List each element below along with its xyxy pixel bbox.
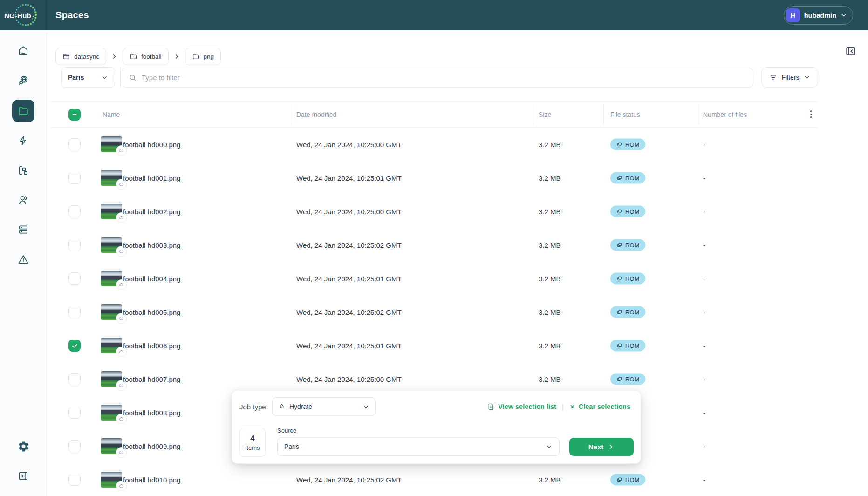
column-divider bbox=[603, 104, 604, 124]
clear-selections-link[interactable]: Clear selections bbox=[569, 403, 630, 410]
row-checkbox[interactable] bbox=[68, 138, 81, 150]
badge-label: ROM bbox=[625, 141, 639, 148]
select-all-checkbox[interactable] bbox=[68, 109, 81, 121]
chevron-down-icon bbox=[101, 74, 108, 81]
source-select[interactable]: Paris bbox=[277, 437, 560, 456]
row-checkbox[interactable] bbox=[68, 306, 81, 318]
chevron-down-icon bbox=[841, 12, 847, 19]
column-header-name[interactable]: Name bbox=[103, 111, 120, 118]
row-checkbox[interactable] bbox=[68, 407, 81, 419]
selection-actions: View selection list | Clear selections bbox=[487, 391, 630, 422]
column-header-number-of-files[interactable]: Number of files bbox=[703, 111, 747, 118]
row-date: Wed, 24 Jan 2024, 10:25:02 GMT bbox=[296, 476, 402, 484]
badge-label: ROM bbox=[625, 309, 639, 316]
row-size: 3.2 MB bbox=[539, 375, 561, 383]
row-files: - bbox=[703, 476, 705, 484]
row-size: 3.2 MB bbox=[539, 141, 561, 149]
sidebar-item-users[interactable] bbox=[12, 189, 34, 211]
sidebar-item-alerts[interactable] bbox=[12, 248, 34, 271]
file-thumbnail bbox=[101, 405, 122, 421]
copy-icon bbox=[616, 276, 622, 282]
user-menu[interactable]: H hubadmin bbox=[784, 6, 853, 25]
job-type-select[interactable]: Hydrate bbox=[272, 397, 376, 416]
breadcrumb-item-football[interactable]: football bbox=[123, 48, 169, 65]
sidebar-collapse-toggle[interactable] bbox=[12, 465, 34, 487]
badge-label: ROM bbox=[625, 376, 639, 383]
table-row: football hd010.png Wed, 24 Jan 2024, 10:… bbox=[50, 463, 818, 496]
thumbnail-image bbox=[101, 472, 122, 488]
sidebar-item-spaces[interactable] bbox=[12, 100, 34, 122]
sidebar-item-discover[interactable] bbox=[12, 69, 34, 92]
row-checkbox[interactable] bbox=[68, 272, 81, 285]
row-size: 3.2 MB bbox=[539, 208, 561, 216]
row-date: Wed, 24 Jan 2024, 10:25:02 GMT bbox=[296, 308, 402, 316]
table-options-menu[interactable] bbox=[806, 109, 816, 121]
search-box bbox=[122, 68, 753, 88]
sidebar-item-resources[interactable] bbox=[12, 218, 34, 241]
sidebar-item-data-brokers[interactable] bbox=[12, 159, 34, 182]
row-checkbox-wrap bbox=[68, 474, 81, 486]
file-thumbnail bbox=[101, 170, 122, 186]
sidebar-item-home[interactable] bbox=[12, 40, 34, 62]
file-status-badge: ROM bbox=[610, 374, 645, 385]
gear-icon bbox=[17, 440, 30, 453]
logo-text: NG-Hub bbox=[4, 11, 31, 19]
row-status-wrap: ROM bbox=[610, 239, 645, 251]
badge-label: ROM bbox=[625, 175, 639, 182]
file-thumbnail bbox=[101, 271, 122, 286]
copy-icon bbox=[616, 343, 622, 349]
thumbnail-image bbox=[101, 204, 122, 219]
filters-button[interactable]: Filters bbox=[761, 67, 818, 88]
sidebar-item-jobs[interactable] bbox=[12, 129, 34, 152]
row-checkbox[interactable] bbox=[68, 340, 81, 352]
column-header-size[interactable]: Size bbox=[539, 111, 551, 118]
globe-search-icon bbox=[17, 75, 29, 87]
row-checkbox[interactable] bbox=[68, 172, 81, 184]
breadcrumb-label: datasync bbox=[74, 53, 99, 60]
row-checkbox[interactable] bbox=[68, 440, 81, 452]
lightning-icon bbox=[17, 135, 29, 147]
breadcrumb-label: png bbox=[204, 53, 214, 60]
row-name: football hd006.png bbox=[123, 342, 180, 350]
breadcrumb-item-datasync[interactable]: datasync bbox=[55, 48, 106, 65]
file-status-badge: ROM bbox=[610, 172, 645, 184]
badge-label: ROM bbox=[625, 275, 639, 282]
next-button[interactable]: Next bbox=[569, 438, 634, 456]
column-header-file-status[interactable]: File status bbox=[610, 111, 640, 118]
row-checkbox[interactable] bbox=[68, 373, 81, 385]
table-row: football hd002.png Wed, 24 Jan 2024, 10:… bbox=[50, 195, 818, 228]
row-checkbox-wrap bbox=[68, 239, 81, 251]
view-selection-list-link[interactable]: View selection list bbox=[487, 403, 556, 411]
file-thumbnail bbox=[101, 204, 122, 219]
chevron-down-icon bbox=[362, 403, 369, 410]
row-size: 3.2 MB bbox=[539, 241, 561, 249]
column-header-date-modified[interactable]: Date modified bbox=[296, 111, 336, 118]
row-checkbox-wrap bbox=[68, 407, 81, 419]
breadcrumb-item-png[interactable]: png bbox=[185, 48, 221, 65]
thumbnail-image bbox=[101, 304, 122, 320]
check-icon bbox=[71, 342, 78, 349]
row-files: - bbox=[703, 208, 705, 216]
thumbnail-image bbox=[101, 338, 122, 353]
row-checkbox[interactable] bbox=[68, 239, 81, 251]
sidebar-item-settings[interactable] bbox=[12, 435, 34, 457]
row-checkbox-wrap bbox=[68, 440, 81, 452]
source-value: Paris bbox=[284, 443, 299, 450]
row-files: - bbox=[703, 275, 705, 283]
row-files: - bbox=[703, 141, 705, 149]
row-status-wrap: ROM bbox=[610, 474, 645, 486]
row-files: - bbox=[703, 342, 705, 350]
row-checkbox[interactable] bbox=[68, 205, 81, 217]
row-status-wrap: ROM bbox=[610, 139, 645, 150]
row-status-wrap: ROM bbox=[610, 206, 645, 217]
scope-select[interactable]: Paris bbox=[61, 67, 115, 88]
file-status-badge: ROM bbox=[610, 239, 645, 251]
details-panel-toggle[interactable] bbox=[844, 45, 857, 58]
row-files: - bbox=[703, 409, 705, 417]
app-logo[interactable]: NG-Hub bbox=[0, 0, 47, 30]
row-checkbox[interactable] bbox=[68, 474, 81, 486]
file-status-badge: ROM bbox=[610, 273, 645, 285]
row-files: - bbox=[703, 174, 705, 182]
thumbnail-image bbox=[101, 371, 122, 387]
search-input[interactable] bbox=[142, 74, 746, 82]
